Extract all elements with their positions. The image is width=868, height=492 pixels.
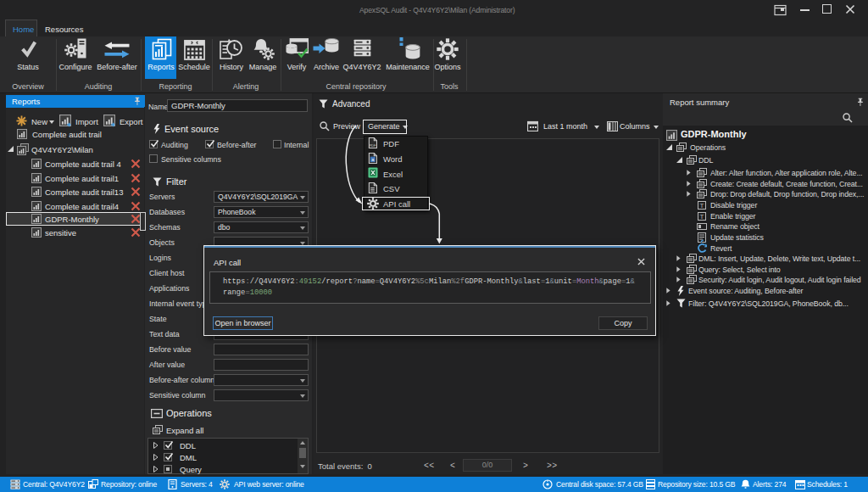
svg-text:PDF: PDF	[369, 143, 376, 148]
